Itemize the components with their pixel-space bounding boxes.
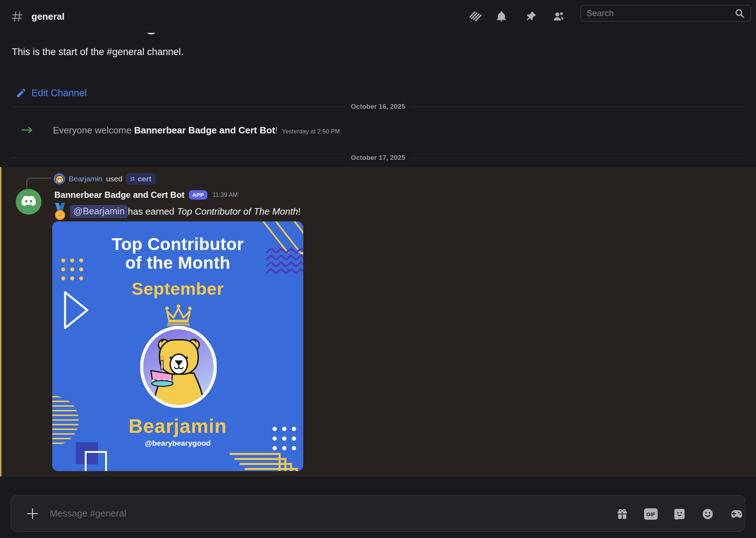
reply-spine (26, 178, 51, 189)
mention-highlighted-message: Bearjamin used cert Bannerbear Badge and… (0, 167, 756, 476)
card-recipient-handle: @bearybearygood (52, 439, 303, 447)
app-badge: APP (189, 190, 207, 200)
command-name: cert (138, 175, 152, 183)
bear-with-cake-illustration (140, 326, 217, 408)
award-card-image-attachment[interactable]: Top Contributor of the Month September (52, 221, 303, 471)
sticker-icon[interactable] (673, 507, 686, 521)
system-join-message: Everyone welcome Bannerbear Badge and Ce… (0, 122, 756, 138)
date-divider: October 17, 2025 (12, 154, 744, 162)
discord-app-window: Welcome to #general! general (0, 0, 756, 538)
date-divider: October 16, 2025 (12, 103, 744, 111)
attach-plus-icon[interactable] (26, 507, 39, 520)
gif-label: GIF (644, 508, 658, 520)
system-message-text: Everyone welcome Bannerbear Badge and Ce… (53, 125, 340, 136)
date-divider-label: October 17, 2025 (346, 154, 410, 162)
system-message-timestamp: Yesterday at 2:50 PM (282, 128, 340, 135)
message-timestamp: 11:39 AM (212, 191, 238, 199)
date-divider-label: October 16, 2025 (346, 103, 410, 111)
gif-picker-icon[interactable]: GIF (644, 507, 658, 521)
composer-placeholder[interactable]: Message #general (50, 508, 126, 519)
search-input[interactable]: Search (580, 5, 751, 21)
game-activity-icon[interactable] (730, 507, 743, 521)
system-message-bot-name[interactable]: Bannerbear Badge and Cert Bot (134, 125, 275, 136)
channel-hash-icon (11, 10, 24, 23)
channel-start-text: This is the start of the #general channe… (12, 47, 183, 58)
sports-medal-icon (54, 203, 67, 220)
award-title-text: Top Contributor of The Month (177, 206, 298, 217)
message-content: @Bearjamin has earned Top Contributor of… (54, 203, 301, 220)
search-icon (734, 8, 745, 19)
mention-pill[interactable]: @Bearjamin (70, 205, 128, 218)
reply-action-text: used (106, 175, 123, 183)
reply-user-avatar[interactable] (54, 173, 65, 185)
discord-clyde-icon (20, 195, 37, 208)
emoji-icon[interactable] (701, 507, 715, 521)
edit-channel-button[interactable]: Edit Channel (16, 86, 87, 100)
card-month: September (52, 279, 303, 299)
edit-channel-label: Edit Channel (31, 88, 87, 99)
bot-avatar[interactable] (16, 189, 41, 215)
threads-icon[interactable] (468, 9, 483, 24)
yellow-corner-lines (230, 452, 303, 471)
used-command-pill[interactable]: cert (126, 173, 156, 185)
message-author-row: Bannerbear Badge and Cert Bot APP 11:39 … (54, 190, 238, 200)
join-arrow-icon (21, 125, 35, 135)
bot-author-name[interactable]: Bannerbear Badge and Cert Bot (54, 190, 185, 200)
gift-icon[interactable] (615, 507, 629, 521)
message-composer[interactable]: Message #general GIF (11, 495, 745, 532)
notifications-bell-icon[interactable] (494, 9, 509, 24)
reply-context-row: Bearjamin used cert (54, 172, 156, 186)
member-list-icon[interactable] (551, 9, 566, 24)
white-square-outline (85, 451, 107, 471)
message-text: has earned Top Contributor of The Month! (128, 206, 300, 217)
crown-icon (161, 304, 196, 328)
pinned-messages-icon[interactable] (524, 9, 538, 24)
card-recipient-name: Bearjamin (52, 415, 303, 437)
channel-header-bar: general Search (0, 0, 756, 33)
channel-name: general (31, 11, 65, 22)
pencil-icon (16, 88, 26, 98)
reply-username[interactable]: Bearjamin (69, 175, 103, 183)
search-placeholder: Search (586, 8, 734, 18)
app-command-icon (130, 176, 135, 182)
card-title: Top Contributor of the Month (52, 235, 303, 272)
